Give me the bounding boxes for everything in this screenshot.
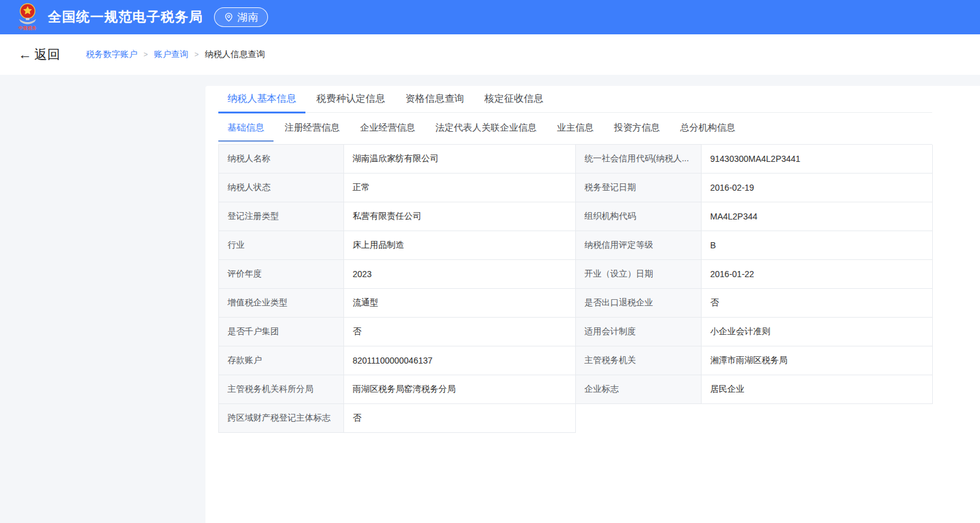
field-value: 2016-01-22: [702, 260, 933, 289]
field-label: 评价年度: [219, 260, 344, 289]
field-label: 是否千户集团: [219, 318, 344, 346]
field-label: 企业标志: [576, 375, 702, 404]
page-body: 纳税人基本信息 税费种认定信息 资格信息查询 核定征收信息 基础信息 注册经营信…: [0, 75, 980, 523]
field-value: 否: [702, 289, 933, 318]
subtab-registration-business[interactable]: 注册经营信息: [275, 115, 349, 142]
field-value: 居民企业: [702, 375, 933, 404]
field-value: 2016-02-19: [702, 174, 933, 202]
breadcrumb-item-digital-account[interactable]: 税务数字账户: [86, 49, 137, 60]
field-value: 82011100000046137: [344, 346, 576, 375]
logo-caption: 中国税务: [18, 25, 37, 31]
field-label: 开业（设立）日期: [576, 260, 702, 289]
table-row: 评价年度 2023 开业（设立）日期 2016-01-22: [219, 260, 932, 289]
tax-emblem-icon: [15, 3, 40, 26]
primary-tabs: 纳税人基本信息 税费种认定信息 资格信息查询 核定征收信息: [218, 86, 932, 113]
field-label: 主管税务机关: [576, 346, 702, 375]
field-label: 主管税务机关科所分局: [219, 375, 344, 404]
table-row: 行业 床上用品制造 纳税信用评定等级 B: [219, 231, 932, 260]
field-label: 是否出口退税企业: [576, 289, 702, 318]
table-row: 纳税人名称 湖南温欣家纺有限公司 统一社会信用代码(纳税人... 9143030…: [219, 145, 932, 174]
field-label: 组织机构代码: [576, 202, 702, 231]
location-badge[interactable]: 湖南: [214, 7, 268, 27]
breadcrumb: 税务数字账户 > 账户查询 > 纳税人信息查询: [86, 49, 265, 60]
subtab-investor-info[interactable]: 投资方信息: [605, 115, 669, 142]
field-value: 否: [344, 318, 576, 346]
field-value: 2023: [344, 260, 576, 289]
breadcrumb-separator-icon: >: [144, 50, 148, 59]
subtab-owner-info[interactable]: 业主信息: [548, 115, 603, 142]
field-value: 雨湖区税务局窑湾税务分局: [344, 375, 576, 404]
tab-taxpayer-basic-info[interactable]: 纳税人基本信息: [218, 86, 305, 113]
field-value: MA4L2P344: [702, 202, 933, 231]
table-row: 跨区域财产税登记主体标志 否: [219, 404, 932, 433]
field-value: 湘潭市雨湖区税务局: [702, 346, 933, 375]
tax-emblem-logo: 中国税务: [15, 3, 40, 31]
field-label: 纳税信用评定等级: [576, 231, 702, 260]
subtab-legal-rep-related[interactable]: 法定代表人关联企业信息: [426, 115, 546, 142]
field-label: 税务登记日期: [576, 174, 702, 202]
field-label: 增值税企业类型: [219, 289, 344, 318]
subtab-basic-info[interactable]: 基础信息: [218, 115, 274, 142]
breadcrumb-item-account-query[interactable]: 账户查询: [154, 49, 188, 60]
location-pin-icon: [224, 12, 234, 22]
secondary-tabs: 基础信息 注册经营信息 企业经营信息 法定代表人关联企业信息 业主信息 投资方信…: [218, 113, 932, 143]
taxpayer-info-table: 纳税人名称 湖南温欣家纺有限公司 统一社会信用代码(纳税人... 9143030…: [218, 144, 932, 433]
table-row: 存款账户 82011100000046137 主管税务机关 湘潭市雨湖区税务局: [219, 346, 932, 375]
field-label: 纳税人状态: [219, 174, 344, 202]
table-row: 是否千户集团 否 适用会计制度 小企业会计准则: [219, 318, 932, 346]
field-value: 湖南温欣家纺有限公司: [344, 145, 576, 174]
field-value: 91430300MA4L2P3441: [702, 145, 933, 174]
subtab-enterprise-business[interactable]: 企业经营信息: [351, 115, 424, 142]
field-label: 适用会计制度: [576, 318, 702, 346]
location-label: 湖南: [237, 10, 258, 25]
table-row: 主管税务机关科所分局 雨湖区税务局窑湾税务分局 企业标志 居民企业: [219, 375, 932, 404]
subtab-head-branch-info[interactable]: 总分机构信息: [671, 115, 745, 142]
empty-cell: [576, 404, 702, 433]
breadcrumb-separator-icon: >: [194, 50, 199, 59]
breadcrumb-bar: ← 返回 税务数字账户 > 账户查询 > 纳税人信息查询: [0, 34, 980, 75]
tab-assessed-collection[interactable]: 核定征收信息: [475, 86, 553, 113]
back-arrow-icon: ←: [18, 48, 32, 61]
empty-cell: [702, 404, 933, 433]
breadcrumb-item-current: 纳税人信息查询: [205, 49, 265, 60]
field-value: B: [702, 231, 933, 260]
field-value: 流通型: [344, 289, 576, 318]
back-label: 返回: [34, 46, 60, 63]
field-label: 存款账户: [219, 346, 344, 375]
field-label: 跨区域财产税登记主体标志: [219, 404, 344, 433]
field-value: 小企业会计准则: [702, 318, 933, 346]
field-label: 纳税人名称: [219, 145, 344, 174]
field-label: 登记注册类型: [219, 202, 344, 231]
app-header: 中国税务 全国统一规范电子税务局 湖南: [0, 0, 980, 34]
content-card: 纳税人基本信息 税费种认定信息 资格信息查询 核定征收信息 基础信息 注册经营信…: [205, 86, 980, 523]
field-label: 统一社会信用代码(纳税人...: [576, 145, 702, 174]
field-value: 正常: [344, 174, 576, 202]
table-row: 登记注册类型 私营有限责任公司 组织机构代码 MA4L2P344: [219, 202, 932, 231]
field-value: 床上用品制造: [344, 231, 576, 260]
tab-qualification-info[interactable]: 资格信息查询: [396, 86, 473, 113]
field-label: 行业: [219, 231, 344, 260]
field-value: 否: [344, 404, 576, 433]
table-row: 纳税人状态 正常 税务登记日期 2016-02-19: [219, 174, 932, 202]
table-row: 增值税企业类型 流通型 是否出口退税企业 否: [219, 289, 932, 318]
field-value: 私营有限责任公司: [344, 202, 576, 231]
page-title: 全国统一规范电子税务局: [48, 8, 203, 26]
back-button[interactable]: ← 返回: [18, 46, 60, 63]
tab-tax-type-determination[interactable]: 税费种认定信息: [307, 86, 394, 113]
